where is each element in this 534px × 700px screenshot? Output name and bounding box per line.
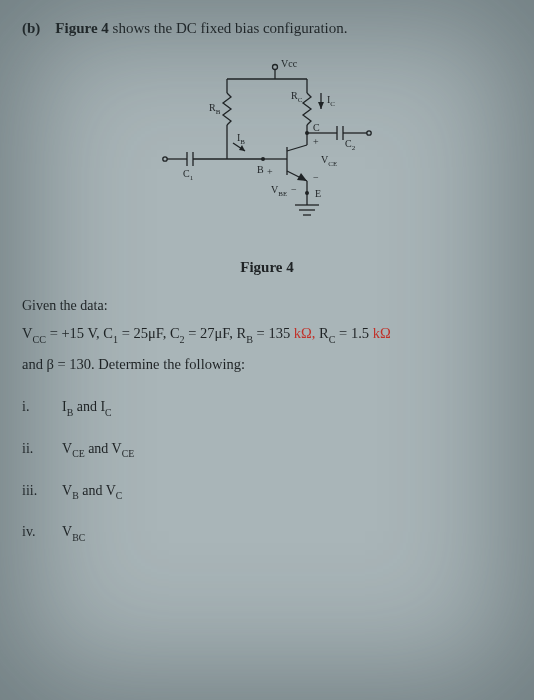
svg-text:VBE: VBE [271, 184, 287, 198]
question-prompt: (b) Figure 4 shows the DC fixed bias con… [22, 18, 512, 39]
figure-container: .w { stroke:#1f2325; stroke-width:1.3; f… [22, 53, 512, 253]
svg-text:IC: IC [327, 94, 335, 108]
subquestion-list: i. IB and IC ii. VCE and VCE iii. VB and… [22, 399, 512, 542]
svg-point-9 [163, 157, 167, 161]
svg-text:−: − [291, 184, 297, 195]
svg-text:C: C [313, 122, 320, 133]
item-text: VB and VC [62, 483, 122, 501]
item-number: iv. [22, 524, 62, 540]
list-item: ii. VCE and VCE [22, 441, 512, 459]
given-beta-line: and β = 130. Determine the following: [22, 353, 512, 375]
svg-text:RB: RB [209, 102, 221, 116]
list-item: iii. VB and VC [22, 483, 512, 501]
part-marker: (b) [22, 20, 40, 36]
item-number: ii. [22, 441, 62, 457]
svg-text:C2: C2 [345, 138, 356, 152]
item-text: VBC [62, 524, 85, 542]
svg-text:+: + [267, 166, 273, 177]
item-text: VCE and VCE [62, 441, 134, 459]
svg-point-0 [273, 65, 278, 70]
figure-reference: Figure 4 [55, 20, 108, 36]
svg-line-36 [287, 145, 307, 151]
prompt-tail: shows the DC fixed bias configuration. [113, 20, 348, 36]
svg-text:C1: C1 [183, 168, 194, 182]
given-values: VCC = +15 V, C1 = 25μF, C2 = 27μF, RB = … [22, 322, 512, 347]
item-number: i. [22, 399, 62, 415]
item-text: IB and IC [62, 399, 112, 417]
item-number: iii. [22, 483, 62, 499]
svg-point-27 [305, 131, 309, 135]
svg-text:IB: IB [237, 132, 245, 146]
svg-text:RC: RC [291, 90, 303, 104]
svg-marker-19 [318, 102, 324, 109]
svg-text:B: B [257, 164, 264, 175]
svg-text:−: − [313, 172, 319, 183]
svg-text:E: E [315, 188, 321, 199]
given-heading: Given the data: [22, 298, 512, 314]
svg-point-25 [367, 131, 371, 135]
circuit-diagram: .w { stroke:#1f2325; stroke-width:1.3; f… [137, 53, 397, 253]
svg-text:+: + [313, 136, 319, 147]
figure-caption: Figure 4 [22, 259, 512, 276]
vcc-label: Vcc [281, 58, 298, 69]
list-item: i. IB and IC [22, 399, 512, 417]
svg-point-42 [305, 191, 309, 195]
list-item: iv. VBC [22, 524, 512, 542]
svg-text:VCE: VCE [321, 154, 337, 168]
